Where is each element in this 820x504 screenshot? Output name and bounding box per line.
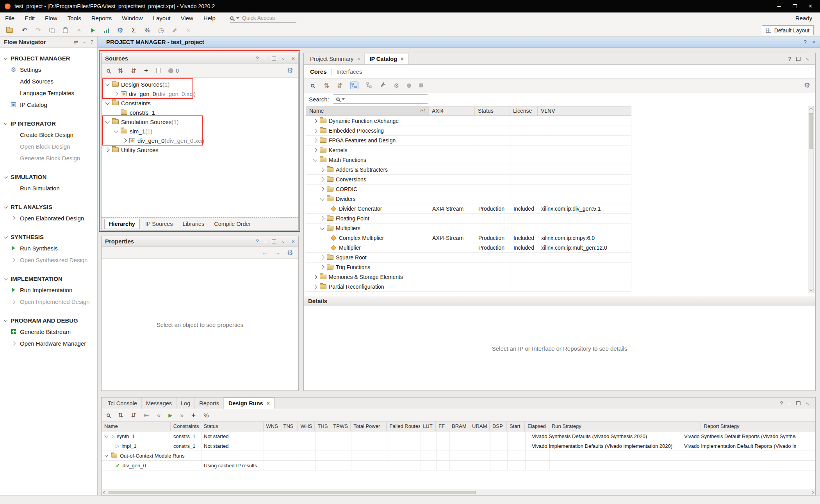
quick-access-input[interactable] (242, 15, 289, 21)
sigma-report-icon[interactable]: Σ (127, 25, 141, 35)
help-icon[interactable]: ? (91, 39, 93, 45)
column-header-start[interactable]: Start (507, 422, 525, 431)
close-icon[interactable]: × (267, 400, 270, 406)
help-icon[interactable]: ? (804, 39, 807, 45)
tab-ip-sources[interactable]: IP Sources (141, 219, 177, 229)
flow-item-add-sources[interactable]: Add Sources (0, 75, 97, 87)
menu-lines-icon[interactable]: ≡ (83, 39, 86, 45)
percent-icon[interactable]: % (141, 25, 154, 35)
flow-section-header-synthesis[interactable]: SYNTHESIS (0, 232, 97, 242)
flow-item-open-hardware-manager[interactable]: Open Hardware Manager (0, 337, 97, 349)
forward-arrow-icon[interactable]: → (275, 249, 281, 256)
tab-log[interactable]: Log (176, 398, 195, 409)
flow-item-language-templates[interactable]: Language Templates (0, 87, 97, 99)
flow-item-run-simulation[interactable]: Run Simulation (0, 182, 97, 194)
close-icon[interactable]: × (291, 55, 295, 62)
cancel-icon[interactable]: × (182, 25, 195, 35)
flow-section-header-ip-integrator[interactable]: IP INTEGRATOR (0, 118, 97, 129)
column-header-run-strategy[interactable]: Run Strategy (549, 422, 701, 431)
menu-tools[interactable]: Tools (62, 12, 86, 24)
ip-row-embedded-processing[interactable]: Embedded Processing (306, 126, 631, 136)
gear-icon[interactable]: ⚙ (287, 248, 293, 257)
swap-icon[interactable]: ⇄ (74, 39, 78, 45)
step-back-icon[interactable]: « (157, 412, 160, 419)
tree-row-sim-1[interactable]: sim_1 (1) (102, 126, 298, 136)
tree-row-utility-sources[interactable]: Utility Sources (102, 145, 298, 154)
ip-row-multipliers[interactable]: Multipliers (306, 224, 631, 233)
maximize-icon[interactable]: ↔ (804, 55, 812, 63)
skip-to-start-icon[interactable]: ⇤ (144, 412, 149, 419)
wrench-icon[interactable] (380, 82, 386, 89)
column-header-license[interactable]: License (510, 106, 538, 115)
ip-row-fpga-features[interactable]: FPGA Features and Design (306, 136, 631, 146)
add-sources-icon[interactable]: + (144, 66, 148, 75)
copy-icon[interactable] (45, 25, 59, 35)
ip-row-math-functions[interactable]: Math Functions (306, 155, 631, 165)
flow-item-open-implemented-design[interactable]: Open Implemented Design (0, 296, 97, 307)
flow-section-header-rtl-analysis[interactable]: RTL ANALYSIS (0, 202, 97, 212)
minimize-button[interactable]: – (777, 3, 781, 10)
flow-item-open-elaborated-design[interactable]: Open Elaborated Design (0, 212, 97, 224)
column-header-total-power[interactable]: Total Power (351, 422, 387, 431)
flow-steps-icon[interactable] (100, 25, 113, 35)
flow-item-run-implementation[interactable]: Run Implementation (0, 284, 97, 296)
flow-section-header-program-and-debug[interactable]: PROGRAM AND DEBUG (0, 315, 97, 326)
run-row-div-gen-0[interactable]: ✓ div_gen_0 Using cached IP results (102, 461, 815, 470)
tree-row-simulation-sources[interactable]: Simulation Sources (1) (102, 117, 298, 126)
gear-icon[interactable]: ⚙ (113, 25, 127, 35)
menu-help[interactable]: Help (198, 12, 221, 24)
search-toggle-icon[interactable] (309, 82, 316, 89)
ip-row-trig-functions[interactable]: Trig Functions (306, 263, 631, 272)
close-icon[interactable]: × (291, 238, 295, 245)
column-header-wns[interactable]: WNS (264, 422, 281, 431)
menu-file[interactable]: File (0, 12, 20, 24)
column-header-tns[interactable]: TNS (280, 422, 298, 431)
collapse-all-icon[interactable]: ⇅ (118, 67, 123, 75)
menu-flow[interactable]: Flow (40, 12, 62, 24)
subtab-interfaces[interactable]: Interfaces (337, 68, 362, 75)
step-forward-icon[interactable]: » (180, 412, 184, 419)
undo-icon[interactable]: ↶ (18, 25, 31, 35)
column-header-ths[interactable]: THS (315, 422, 330, 431)
ip-row-partial-reconfiguration[interactable]: Partial Reconfiguration (306, 282, 631, 292)
tree-row-div-gen-0-sim[interactable]: div_gen_0 (div_gen_0.xci) (102, 136, 298, 145)
gear-icon[interactable]: ⚙ (804, 81, 810, 90)
column-header-bram[interactable]: BRAM (449, 422, 469, 431)
ip-search-input[interactable] (347, 96, 417, 102)
ip-row-multiplier[interactable]: Multiplier Production Included xilinx.co… (306, 243, 631, 253)
tab-project-summary[interactable]: Project Summary × (306, 53, 365, 64)
percent-icon[interactable]: % (203, 412, 209, 419)
float-icon[interactable] (272, 240, 276, 243)
subtab-cores[interactable]: Cores (310, 68, 327, 75)
ip-row-dividers[interactable]: Dividers (306, 194, 631, 204)
help-icon[interactable]: ? (780, 400, 783, 406)
maximize-icon[interactable]: ↔ (280, 55, 288, 62)
tab-hierarchy[interactable]: Hierarchy (104, 219, 140, 229)
paste-icon[interactable] (59, 25, 72, 35)
ip-row-conversions[interactable]: Conversions (306, 175, 631, 185)
tab-ip-catalog[interactable]: IP Catalog × (365, 53, 408, 64)
tab-tcl-console[interactable]: Tcl Console (103, 398, 142, 409)
run-row-synth-1[interactable]: ▷ synth_1 constrs_1 Not started Vivado S… (102, 431, 815, 441)
menu-edit[interactable]: Edit (20, 12, 40, 24)
add-run-icon[interactable]: + (191, 411, 196, 420)
run-icon[interactable] (86, 25, 100, 35)
close-icon[interactable]: × (401, 56, 404, 62)
ip-search-box[interactable] (333, 94, 428, 104)
horizontal-scrollbar[interactable] (102, 490, 815, 495)
maximize-icon[interactable]: ↔ (280, 238, 288, 245)
collapse-all-icon[interactable]: ⇅ (324, 82, 329, 89)
ip-row-square-root[interactable]: Square Root (306, 253, 631, 263)
maximize-icon[interactable]: ↔ (804, 399, 812, 407)
column-header-name[interactable]: Name 1 (306, 106, 429, 115)
column-header-elapsed[interactable]: Elapsed (525, 422, 549, 431)
minimize-icon[interactable]: – (788, 400, 791, 406)
column-header-tpws[interactable]: TPWS (330, 422, 351, 431)
clock-icon[interactable]: ◷ (154, 25, 168, 35)
flow-section-header-simulation[interactable]: SIMULATION (0, 172, 97, 182)
gear-icon[interactable]: ⚙ (287, 66, 293, 75)
tree-row-design-sources[interactable]: Design Sources (1) (102, 80, 298, 89)
flow-item-generate-bitstream[interactable]: Generate Bitstream (0, 326, 97, 337)
delete-icon[interactable]: × (72, 25, 86, 35)
document-icon[interactable] (156, 68, 160, 73)
